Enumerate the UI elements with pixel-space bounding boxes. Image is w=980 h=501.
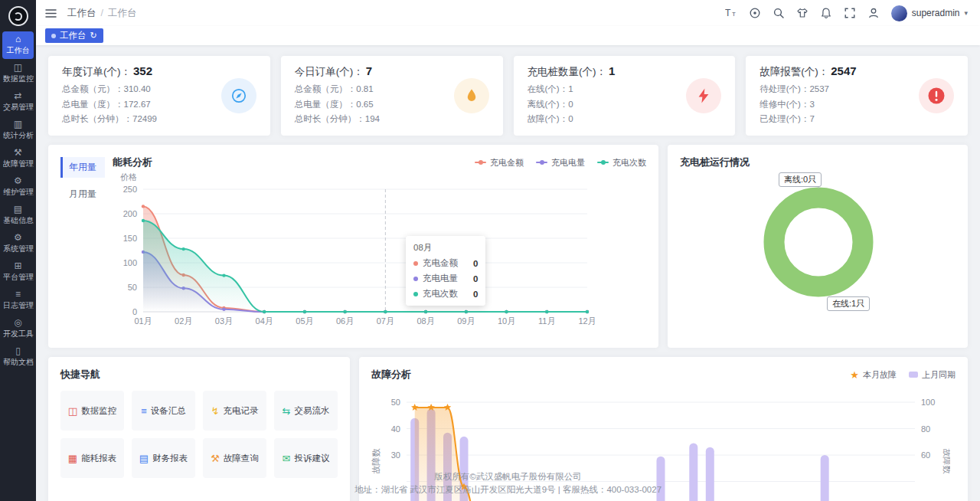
energy-line-chart[interactable]: 050100150200250价格01月02月03月04月05月06月07月08… [113,171,641,329]
stat-card: 今日订单(个)：7总金额（元）：0.81总电量（度）：0.65总时长（分钟）：1… [281,56,503,136]
svg-text:12月: 12月 [578,316,596,326]
tab-month-usage[interactable]: 月用量 [60,184,105,205]
stat-card: 故障报警(个)：2547待处理(个)：2537维修中(个)：3已处理(个)：7 [746,56,968,136]
sidebar-item[interactable]: ⌂工作台 [2,31,34,59]
quick-nav-item[interactable]: ≡设备汇总 [132,391,195,431]
chevron-down-icon: ▾ [964,9,968,17]
charge-record-icon: ↯ [211,406,220,416]
quick-nav-card: 快捷导航 ◫数据监控≡设备汇总↯充电记录⇆交易流水▦能耗报表▤财务报表⚒故障查询… [48,357,350,501]
bell-icon[interactable] [820,7,832,19]
fault-search-icon: ⚒ [211,454,220,463]
quick-nav-item[interactable]: ✉投诉建议 [274,438,338,478]
sidebar-item-label: 基础信息 [3,214,33,224]
svg-text:06月: 06月 [336,316,354,326]
svg-text:故障数: 故障数 [942,449,950,474]
monitor-icon: ◫ [68,406,77,416]
sidebar-item[interactable]: ≡日志管理 [2,287,34,314]
quick-nav-label: 充电记录 [223,405,258,417]
quick-nav-label: 设备汇总 [151,405,186,417]
breadcrumb-item[interactable]: 工作台 [67,7,96,20]
sidebar-item-label: 维护管理 [3,186,33,196]
sidebar-item-icon: ⇄ [2,91,34,101]
tab-year-usage[interactable]: 年用量 [60,157,105,178]
search-icon[interactable] [773,7,785,19]
legend-label: 充电金额 [490,157,524,169]
sidebar-item-icon: ◫ [2,63,34,73]
line-marker-icon [536,162,547,163]
finance-report-icon: ▤ [139,454,149,463]
stat-card-value: 2547 [831,64,856,77]
svg-text:50: 50 [391,398,400,407]
svg-text:200: 200 [123,209,137,218]
svg-text:60: 60 [921,450,930,460]
sidebar-item[interactable]: ⇄交易管理 [2,88,34,116]
svg-text:100: 100 [921,398,935,407]
quick-nav-item[interactable]: ↯充电记录 [203,391,266,431]
sidebar-item-label: 工作台 [3,44,33,54]
svg-text:40: 40 [391,424,400,434]
user-menu[interactable]: superadmin ▾ [891,5,968,21]
refresh-icon[interactable]: ↻ [90,31,97,40]
sidebar-nav: ⌂工作台◫数据监控⇄交易管理▥统计分析⚒故障管理⚙维护管理▤基础信息⚙系统管理⊞… [0,31,36,372]
stat-card-title: 今日订单(个)：7 [295,64,380,79]
sidebar-item-label: 日志管理 [3,300,33,309]
fault-bar-line-chart[interactable]: 5040301008060故障数故障数 [371,385,950,501]
sidebar-item[interactable]: ▥统计分析 [2,116,34,144]
stat-cards-row: 年度订单(个)：352总金额（元）：310.40总电量（度）：172.67总时长… [48,56,968,136]
legend-item[interactable]: 充电电量 [536,157,585,169]
quick-nav-item[interactable]: ◫数据监控 [60,391,124,431]
quick-nav-title: 快捷导航 [60,368,100,381]
quick-nav-item[interactable]: ▦能耗报表 [60,438,124,478]
sidebar-item-label: 系统管理 [3,243,33,253]
sidebar-item[interactable]: ◎开发工具 [2,315,34,342]
sidebar-item[interactable]: ⚒故障管理 [2,145,34,172]
sidebar-item[interactable]: ▤基础信息 [2,201,34,229]
breadcrumb-current: 工作台 [108,7,137,20]
alert-icon [919,78,954,113]
svg-text:07月: 07月 [377,316,394,326]
sidebar-item[interactable]: ▯帮助文档 [2,343,34,371]
svg-text:30: 30 [391,450,400,460]
breadcrumb-separator: / [101,8,103,18]
svg-text:10月: 10月 [498,316,515,326]
sidebar-item[interactable]: ⚙维护管理 [2,173,34,201]
dashboard-content: 年度订单(个)：352总金额（元）：310.40总电量（度）：172.67总时长… [36,45,980,501]
logo-ring-icon [14,12,22,21]
sidebar-item[interactable]: ⚙系统管理 [2,230,34,257]
sidebar-item-icon: ≡ [2,290,34,300]
svg-text:T: T [725,8,731,18]
target-icon[interactable] [749,7,761,19]
device-list-icon: ≡ [141,406,147,416]
legend-item[interactable]: ★本月故障 [850,369,897,381]
stat-card-subline: 已处理(个)：7 [760,112,856,127]
app-logo[interactable] [8,6,28,26]
sidebar-item-label: 故障管理 [3,158,33,168]
sidebar-item[interactable]: ⊞平台管理 [2,258,34,286]
text-size-icon[interactable]: TT [725,7,737,19]
transaction-flow-icon: ⇆ [283,406,291,416]
tab-workbench[interactable]: 工作台 ↻ [45,28,103,43]
online-count-label: 在线:1只 [827,296,870,311]
sidebar-item[interactable]: ◫数据监控 [2,60,34,87]
quick-nav-label: 能耗报表 [81,453,116,464]
quick-nav-item[interactable]: ⚒故障查询 [203,438,266,478]
menu-collapse-icon[interactable] [45,8,57,18]
legend-item[interactable]: 充电次数 [597,157,646,169]
fullscreen-icon[interactable] [844,7,856,19]
profile-icon[interactable] [867,7,880,19]
line-marker-icon [597,162,609,163]
stat-card-subline: 总时长（分钟）：194 [295,112,380,127]
svg-text:故障数: 故障数 [371,449,381,474]
tabbar: 工作台 ↻ [36,26,980,45]
sidebar-item-label: 帮助文档 [3,356,33,366]
legend-item[interactable]: 上月同期 [909,369,956,381]
pile-status-card: 充电桩运行情况 离线:0只 在线:1只 [668,145,968,348]
sidebar-item-label: 交易管理 [3,101,33,111]
theme-icon[interactable] [796,7,808,19]
feedback-icon: ✉ [283,454,291,463]
quick-nav-item[interactable]: ⇆交易流水 [274,391,338,431]
legend-item[interactable]: 充电金额 [475,157,524,169]
star-icon: ★ [850,370,859,380]
svg-text:0: 0 [132,307,137,316]
quick-nav-item[interactable]: ▤财务报表 [132,438,195,478]
